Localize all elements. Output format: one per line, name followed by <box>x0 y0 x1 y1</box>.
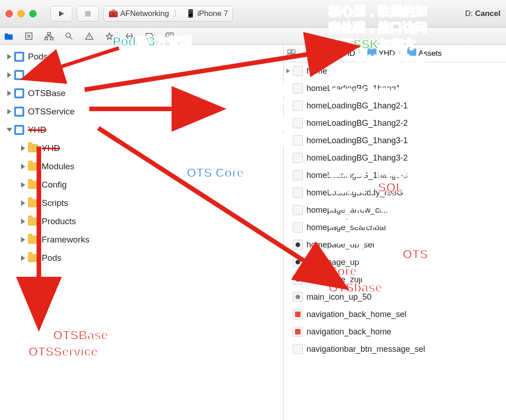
asset-label: homepage_arrow_ci... <box>307 205 388 215</box>
navigator-row[interactable]: YHD <box>0 121 283 139</box>
breadcrumb-segment[interactable]: YHD <box>377 49 395 58</box>
asset-row[interactable]: home <box>284 62 506 80</box>
asset-label: homepage_up_sel <box>307 240 374 250</box>
breadcrumb[interactable]: YHD 〉 YHD 〉 Assets <box>328 48 442 59</box>
navigator-row[interactable]: Config <box>0 176 283 194</box>
symbol-navigator-tab[interactable] <box>24 31 34 41</box>
related-items-icon[interactable] <box>286 48 296 59</box>
asset-thumbnail-icon <box>293 240 303 250</box>
svg-rect-8 <box>288 50 291 53</box>
back-icon[interactable]: 〈 <box>300 47 310 60</box>
navigator-row[interactable]: Frameworks <box>0 231 283 249</box>
svg-rect-7 <box>166 33 173 38</box>
asset-row[interactable]: homeLoadingBG_1hang2-2 <box>284 114 506 132</box>
folder-icon <box>407 48 416 56</box>
asset-row[interactable]: homeLoadingBuddy_rsBG <box>284 184 506 201</box>
navigator-item-label: Frameworks <box>42 235 90 245</box>
zoom-window-button[interactable] <box>29 10 37 17</box>
asset-label: homepage_searchbar <box>307 223 387 232</box>
disclosure-triangle-icon[interactable] <box>21 237 25 242</box>
disclosure-triangle-icon[interactable] <box>21 182 25 188</box>
disclosure-triangle-icon[interactable] <box>7 91 11 96</box>
asset-row[interactable]: homepage_zuji <box>284 271 506 288</box>
project-icon <box>14 52 24 62</box>
navigator-row[interactable]: OTSBase <box>0 84 283 102</box>
asset-thumbnail-icon <box>293 153 303 163</box>
navigator-row[interactable]: Pods <box>0 48 283 66</box>
warning-icon[interactable] <box>84 31 94 41</box>
navigator-row[interactable]: Scripts <box>0 194 283 212</box>
navigator-item-label: OTSCore <box>28 70 65 80</box>
breadcrumb-segment[interactable]: YHD <box>337 49 355 58</box>
disclosure-triangle-icon[interactable] <box>21 255 25 261</box>
asset-thumbnail-icon <box>293 344 303 354</box>
disclosure-triangle-icon[interactable] <box>7 72 11 78</box>
jump-bar[interactable]: 〈 〉 YHD 〉 YHD 〉 Assets <box>284 45 506 62</box>
navigator-item-label: YHD <box>42 143 60 153</box>
search-icon[interactable] <box>64 31 74 41</box>
minimize-window-button[interactable] <box>17 10 25 17</box>
folder-icon <box>28 181 38 189</box>
asset-row[interactable]: homepage_searchbar <box>284 219 506 236</box>
asset-thumbnail-icon <box>293 292 303 302</box>
disclosure-triangle-icon[interactable] <box>21 200 25 206</box>
navigator-item-label: YHD <box>28 125 46 135</box>
navigator-row[interactable]: OTSService <box>0 102 283 121</box>
project-navigator-tab[interactable] <box>4 31 14 41</box>
navigator-row[interactable]: Modules <box>0 157 283 176</box>
asset-row[interactable]: main_icon_up_50 <box>284 288 506 306</box>
asset-row[interactable]: homeLoadingBG_1hang3-3 <box>284 167 506 184</box>
navigator-item-label: OTSBase <box>28 88 65 98</box>
report-navigator-tab[interactable] <box>165 31 175 41</box>
folder-icon <box>28 199 38 207</box>
forward-icon[interactable]: 〉 <box>314 47 324 60</box>
breadcrumb-segment[interactable]: Assets <box>416 49 442 58</box>
scheme-name: AFNetworking <box>120 9 169 18</box>
asset-row[interactable]: homeLoadingBG_1hang1 <box>284 80 506 97</box>
navigator-item-label: Products <box>42 216 76 226</box>
svg-rect-10 <box>288 54 291 57</box>
asset-row[interactable]: homeLoadingBG_1hang2-1 <box>284 97 506 114</box>
svg-rect-1 <box>85 11 91 16</box>
asset-row[interactable]: navigation_back_home <box>284 323 506 340</box>
disclosure-triangle-icon[interactable] <box>7 109 11 114</box>
asset-row[interactable]: homeLoadingBG_1hang3-2 <box>284 149 506 167</box>
asset-label: navigation_back_home <box>307 327 391 337</box>
test-navigator-tab[interactable] <box>104 31 114 41</box>
disclosure-triangle-icon[interactable] <box>286 69 290 73</box>
asset-row[interactable]: navigationbar_btn_message_sel <box>284 340 506 358</box>
folder-icon <box>28 217 38 226</box>
svg-point-6 <box>66 33 70 38</box>
asset-thumbnail-icon <box>293 101 303 111</box>
navigator-row[interactable]: Pods <box>0 249 283 267</box>
svg-rect-4 <box>45 38 48 40</box>
asset-row[interactable]: homeLoadingBG_1hang3-1 <box>284 132 506 149</box>
scheme-selector[interactable]: 🧰 AFNetworking 〉 📱 iPhone 7 <box>103 6 233 22</box>
project-icon <box>14 125 24 135</box>
breakpoint-navigator-tab[interactable] <box>145 31 155 41</box>
asset-row[interactable]: navigation_back_home_sel <box>284 306 506 323</box>
run-button[interactable] <box>50 6 72 22</box>
asset-row[interactable]: homepage_arrow_ci... <box>284 201 506 219</box>
disclosure-triangle-icon[interactable] <box>7 128 12 132</box>
disclosure-triangle-icon[interactable] <box>21 145 25 151</box>
asset-label: homeLoadingBG_1hang3-3 <box>307 171 408 180</box>
hierarchy-icon[interactable] <box>44 31 54 41</box>
disclosure-triangle-icon[interactable] <box>7 54 11 59</box>
disclosure-triangle-icon[interactable] <box>21 164 25 169</box>
close-window-button[interactable] <box>5 10 13 17</box>
disclosure-triangle-icon[interactable] <box>21 219 25 224</box>
stop-button[interactable] <box>77 6 99 22</box>
folder-icon <box>28 162 38 171</box>
asset-row[interactable]: homepage_up_sel <box>284 236 506 253</box>
svg-rect-5 <box>50 38 53 40</box>
asset-thumbnail-icon <box>293 188 303 198</box>
asset-label: homeLoadingBG_1hang3-2 <box>307 153 408 163</box>
navigator-row[interactable]: YHD <box>0 139 283 157</box>
asset-row[interactable]: homepage_up <box>284 253 506 271</box>
asset-label: main_icon_up_50 <box>307 292 371 302</box>
project-icon <box>14 88 24 98</box>
navigator-row[interactable]: Products <box>0 212 283 231</box>
navigator-row[interactable]: OTSCore <box>0 66 283 84</box>
debug-navigator-tab[interactable] <box>124 31 135 41</box>
